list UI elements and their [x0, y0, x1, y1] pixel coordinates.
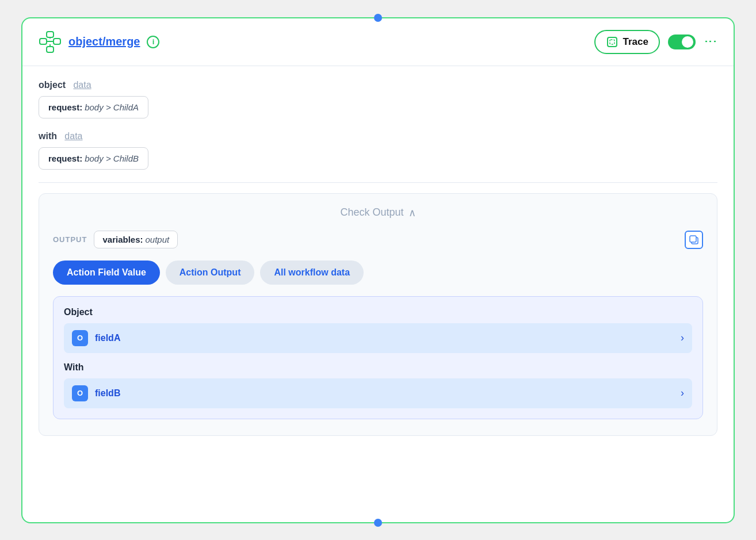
object-merge-icon: [39, 30, 62, 53]
connector-top: [374, 14, 382, 22]
copy-icon: [689, 235, 699, 245]
toggle-switch[interactable]: [668, 35, 696, 49]
svg-rect-1: [47, 32, 54, 37]
tab-all-workflow-data[interactable]: All workflow data: [260, 261, 364, 285]
card-header: object/merge i Trace ⋮: [22, 18, 734, 66]
fielda-badge: O: [72, 330, 88, 346]
fielda-chevron-icon: ›: [681, 332, 684, 344]
output-row: OUTPUT variables: output: [53, 231, 703, 249]
with-section: With O fieldB ›: [64, 362, 692, 408]
svg-rect-8: [610, 40, 614, 44]
check-output-section: Check Output ∧ OUTPUT variables: output: [39, 193, 717, 436]
svg-rect-2: [54, 39, 60, 44]
page-title[interactable]: object/merge: [68, 35, 140, 48]
copy-button[interactable]: [685, 231, 703, 249]
trace-button[interactable]: Trace: [594, 30, 660, 54]
svg-rect-7: [608, 37, 617, 47]
fieldb-chevron-icon: ›: [681, 387, 684, 399]
fieldb-badge: O: [72, 385, 88, 401]
chevron-up-icon[interactable]: ∧: [408, 206, 416, 219]
body-divider: [39, 182, 717, 183]
svg-rect-0: [40, 39, 47, 44]
more-menu-button[interactable]: ⋮: [703, 35, 718, 49]
main-card: object/merge i Trace ⋮ object data: [21, 17, 735, 523]
object-section-title: Object: [64, 307, 692, 317]
field-object-label: object data: [39, 80, 717, 90]
output-label: OUTPUT: [53, 235, 87, 244]
info-icon[interactable]: i: [147, 36, 159, 48]
svg-rect-10: [690, 236, 696, 242]
field-with-input[interactable]: request: body > ChildB: [39, 147, 148, 170]
fielda-name: fieldA: [95, 333, 681, 343]
connector-bottom: [374, 519, 382, 527]
check-output-title: Check Output: [340, 206, 403, 219]
tabs-container: Action Field Value Action Output All wor…: [53, 261, 703, 285]
output-badge[interactable]: variables: output: [94, 231, 178, 248]
card-body: object data request: body > ChildA with …: [22, 66, 734, 450]
svg-rect-3: [47, 47, 54, 52]
data-row-fielda[interactable]: O fieldA ›: [64, 323, 692, 353]
header-actions: Trace ⋮: [594, 30, 717, 54]
with-section-title: With: [64, 362, 692, 373]
check-output-header: Check Output ∧: [53, 206, 703, 219]
field-with-label: with data: [39, 131, 717, 141]
trace-icon: [606, 36, 618, 48]
data-panel: Object O fieldA › With O fieldB: [53, 296, 703, 419]
trace-label: Trace: [623, 36, 648, 48]
tab-action-field-value[interactable]: Action Field Value: [53, 261, 160, 285]
tab-action-output[interactable]: Action Output: [166, 261, 255, 285]
fieldb-name: fieldB: [95, 388, 681, 399]
data-row-fieldb[interactable]: O fieldB ›: [64, 378, 692, 408]
field-object-input[interactable]: request: body > ChildA: [39, 96, 148, 118]
